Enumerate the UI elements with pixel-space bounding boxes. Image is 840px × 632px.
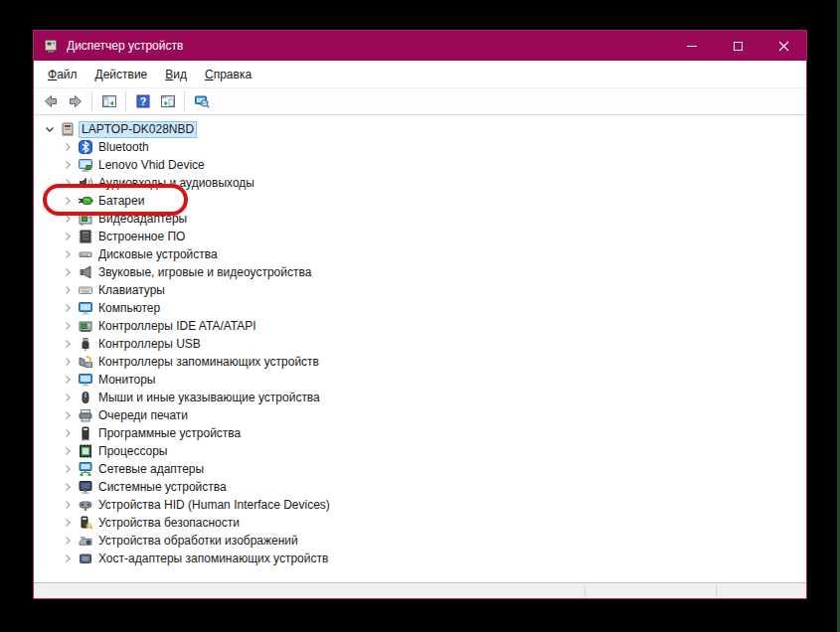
tree-item-sound-game-video-devices[interactable]: Звуковые, игровые и видеоустройства (34, 263, 806, 281)
menu-file[interactable]: Файл (39, 63, 86, 86)
title-bar[interactable]: Диспетчер устройств (34, 31, 806, 61)
tree-item-label[interactable]: LAPTOP-DK028NBD (79, 121, 197, 138)
statusbar-separator (716, 585, 717, 597)
tree-item-label[interactable]: Системные устройства (98, 480, 227, 495)
menu-view[interactable]: Вид (156, 63, 196, 86)
chevron-right-icon[interactable] (60, 282, 76, 298)
minimize-button[interactable] (669, 31, 715, 61)
tree-item-network-adapters[interactable]: Сетевые адаптеры (34, 460, 806, 478)
menu-help[interactable]: Справка (196, 63, 260, 86)
chevron-right-icon[interactable] (60, 175, 76, 191)
tree-item-label[interactable]: Контроллеры запоминающих устройств (98, 355, 319, 370)
tree-item-usb-controllers[interactable]: Контроллеры USB (34, 335, 806, 353)
chevron-right-icon[interactable] (60, 390, 76, 405)
chevron-right-icon[interactable] (60, 443, 76, 459)
back-button[interactable] (38, 90, 63, 112)
show-action-pane-button[interactable] (155, 90, 180, 112)
tree-item-label[interactable]: Устройства HID (Human Interface Devices) (98, 498, 330, 513)
software-device-icon (78, 425, 93, 441)
tree-item-print-queues[interactable]: Очереди печати (34, 406, 806, 424)
tree-item-label[interactable]: Процессоры (98, 444, 168, 459)
host-adapter-icon (78, 551, 93, 566)
show-console-tree-button[interactable] (96, 90, 121, 112)
scan-hardware-changes-button[interactable] (189, 90, 214, 112)
chevron-right-icon[interactable] (60, 318, 76, 334)
chevron-right-icon[interactable] (60, 497, 76, 513)
chevron-right-icon[interactable] (60, 407, 76, 423)
tree-item-imaging-devices[interactable]: Устройства обработки изображений (34, 532, 806, 550)
forward-button[interactable] (63, 90, 87, 112)
tree-item-disk-drives[interactable]: Дисковые устройства (34, 245, 806, 263)
tree-item-label[interactable]: Устройства безопасности (98, 516, 240, 531)
tree-item-label[interactable]: Устройства обработки изображений (98, 534, 298, 549)
forward-arrow-icon (68, 93, 84, 109)
tree-item-label[interactable]: Мониторы (98, 373, 155, 388)
tree-item-label[interactable]: Видеоадаптеры (98, 212, 187, 227)
tree-item-bluetooth[interactable]: Bluetooth (34, 138, 806, 156)
tree-item-label[interactable]: Очереди печати (98, 408, 188, 423)
tree-item-security-devices[interactable]: Устройства безопасности (34, 514, 806, 532)
chevron-right-icon[interactable] (60, 264, 76, 280)
tree-item-firmware[interactable]: Встроенное ПО (34, 228, 806, 245)
tree-item-mice-pointing-devices[interactable]: Мыши и иные указывающие устройства (34, 389, 806, 406)
chevron-right-icon[interactable] (60, 300, 76, 316)
monitor-blue-icon (78, 372, 93, 388)
tree-item-label[interactable]: Компьютер (98, 301, 160, 316)
chevron-right-icon[interactable] (60, 246, 76, 262)
maximize-button[interactable] (715, 31, 760, 61)
monitor-device-icon (78, 157, 93, 173)
tree-item-label[interactable]: Встроенное ПО (98, 230, 185, 244)
tree-item-keyboards[interactable]: Клавиатуры (34, 281, 806, 299)
tree-item-label[interactable]: Звуковые, игровые и видеоустройства (98, 265, 311, 280)
chevron-right-icon[interactable] (60, 211, 76, 227)
tree-item-label[interactable]: Контроллеры IDE ATA/ATAPI (98, 319, 256, 334)
tree-item-computer[interactable]: Компьютер (34, 299, 806, 317)
chevron-down-icon[interactable] (42, 121, 58, 137)
chevron-right-icon[interactable] (60, 372, 76, 388)
tree-item-label[interactable]: Дисковые устройства (98, 247, 218, 262)
chevron-right-icon[interactable] (60, 551, 76, 566)
audio-io-icon (78, 175, 93, 191)
tree-item-lenovo-vhid[interactable]: Lenovo Vhid Device (34, 156, 806, 174)
tree-item-label[interactable]: Сетевые адаптеры (98, 462, 204, 477)
tree-item-label[interactable]: Хост-адаптеры запоминающих устройств (98, 552, 328, 566)
device-manager-window: Диспетчер устройств Файл Действие Вид Сп… (33, 30, 807, 599)
tree-item-monitors[interactable]: Мониторы (34, 371, 806, 389)
chevron-right-icon[interactable] (60, 139, 76, 155)
tree-item-label[interactable]: Контроллеры USB (98, 337, 201, 352)
status-bar (34, 582, 806, 598)
chevron-right-icon[interactable] (60, 425, 76, 441)
tree-item-label[interactable]: Мыши и иные указывающие устройства (98, 391, 320, 405)
tree-item-storage-controllers[interactable]: Контроллеры запоминающих устройств (34, 353, 806, 371)
chevron-right-icon[interactable] (60, 515, 76, 531)
menu-action[interactable]: Действие (86, 63, 157, 86)
tree-item-label[interactable]: Клавиатуры (98, 283, 165, 298)
tree-item-root-computer[interactable]: LAPTOP-DK028NBD (34, 120, 806, 138)
chevron-right-icon[interactable] (60, 533, 76, 549)
tree-item-storage-host-adapters[interactable]: Хост-адаптеры запоминающих устройств (34, 550, 806, 567)
chevron-right-icon[interactable] (60, 336, 76, 352)
tree-item-label[interactable]: Lenovo Vhid Device (98, 158, 205, 173)
chevron-right-icon[interactable] (60, 157, 76, 173)
close-icon (778, 41, 789, 52)
tree-item-hid-devices[interactable]: Устройства HID (Human Interface Devices) (34, 496, 806, 514)
tree-item-label[interactable]: Аудиовходы и аудиовыходы (98, 176, 254, 191)
tree-item-label[interactable]: Bluetooth (98, 140, 149, 155)
close-button[interactable] (760, 31, 806, 61)
tree-item-system-devices[interactable]: Системные устройства (34, 478, 806, 496)
tree-item-label[interactable]: Программные устройства (98, 426, 241, 441)
chevron-right-icon[interactable] (60, 229, 76, 244)
chevron-right-icon[interactable] (60, 479, 76, 495)
tree-item-label[interactable]: Батареи (98, 194, 144, 209)
tree-item-processors[interactable]: Процессоры (34, 442, 806, 460)
device-manager-icon (43, 38, 59, 54)
tree-item-batteries[interactable]: Батареи (34, 192, 806, 210)
tree-item-software-devices[interactable]: Программные устройства (34, 424, 806, 442)
help-button[interactable]: ? (130, 90, 155, 112)
chevron-right-icon[interactable] (60, 193, 76, 209)
tree-item-audio-inputs-outputs[interactable]: Аудиовходы и аудиовыходы (34, 174, 806, 192)
tree-item-ide-controllers[interactable]: Контроллеры IDE ATA/ATAPI (34, 317, 806, 335)
chevron-right-icon[interactable] (60, 461, 76, 477)
tree-item-video-adapters[interactable]: Видеоадаптеры (34, 210, 806, 228)
chevron-right-icon[interactable] (60, 354, 76, 370)
